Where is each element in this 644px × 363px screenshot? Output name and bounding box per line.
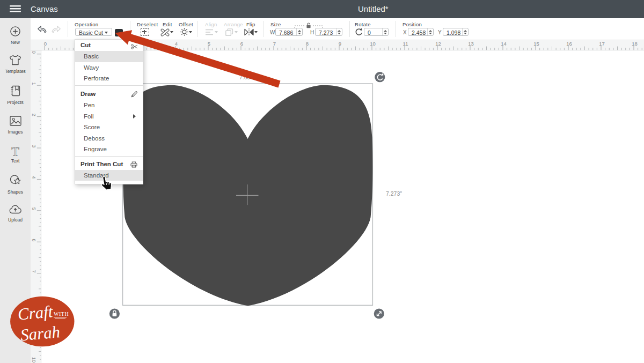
svg-text:13: 13 [468,41,474,47]
svg-text:3: 3 [31,145,37,147]
svg-text:5: 5 [208,41,210,47]
svg-text:7: 7 [273,41,276,47]
svg-text:0: 0 [44,41,47,47]
svg-text:7: 7 [31,270,37,273]
svg-text:17: 17 [599,41,605,47]
svg-text:5: 5 [31,208,37,210]
svg-text:WITH: WITH [54,311,69,317]
svg-text:12: 12 [435,41,441,47]
svg-text:9: 9 [339,41,341,47]
svg-text:11: 11 [403,41,408,47]
svg-text:2: 2 [31,114,37,116]
svg-text:4: 4 [175,41,178,47]
svg-text:6: 6 [31,239,37,241]
svg-text:10: 10 [370,41,376,47]
svg-text:9: 9 [31,332,37,335]
svg-text:1: 1 [31,82,37,85]
svg-text:0: 0 [31,51,37,54]
svg-text:4: 4 [31,176,37,179]
svg-text:8: 8 [31,301,37,304]
svg-text:7.273": 7.273" [386,190,402,197]
svg-text:7.686": 7.686" [239,74,255,80]
svg-text:18: 18 [632,41,638,47]
svg-text:8: 8 [306,41,309,47]
svg-text:14: 14 [501,41,507,47]
svg-text:10: 10 [31,357,37,363]
svg-text:15: 15 [533,41,539,47]
svg-text:6: 6 [240,41,243,47]
svg-text:16: 16 [566,41,572,47]
